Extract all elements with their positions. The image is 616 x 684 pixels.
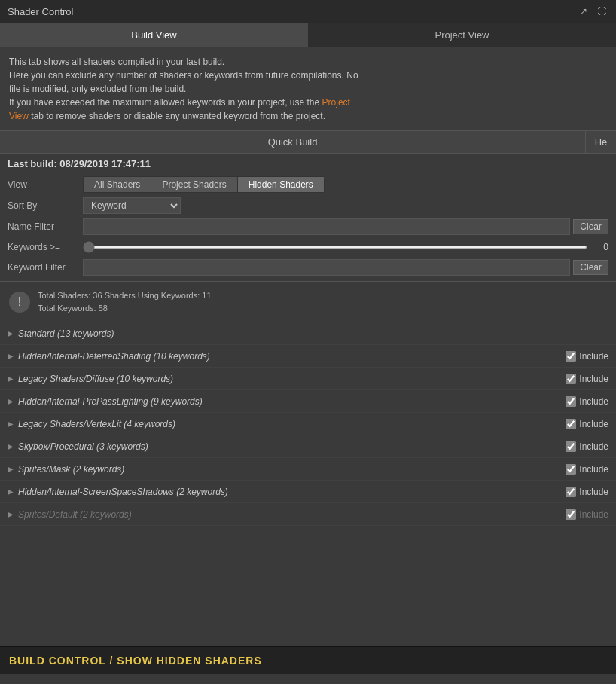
- include-label: Include: [579, 487, 608, 497]
- shader-expand-arrow[interactable]: ▶: [8, 329, 14, 337]
- shader-name: Hidden/Internal-DeferredShading (10 keyw…: [18, 351, 533, 362]
- name-filter-content: Clear: [83, 218, 608, 235]
- keywords-label: Keywords >=: [8, 242, 83, 252]
- all-shaders-button[interactable]: All Shaders: [84, 177, 151, 192]
- main-content: This tab shows all shaders compiled in y…: [0, 47, 616, 674]
- quick-build-button[interactable]: Quick Build: [0, 131, 586, 153]
- sort-content: Keyword: [83, 197, 608, 214]
- share-icon[interactable]: ↗: [577, 5, 590, 18]
- shader-expand-arrow[interactable]: ▶: [8, 510, 14, 518]
- shader-item: ▶Hidden/Internal-ScreenSpaceShadows (2 k…: [0, 481, 616, 503]
- bottom-banner: BUILD CONTROL / SHOW HIDDEN SHADERS: [0, 646, 616, 674]
- title-bar: Shader Control ↗ ⛶: [0, 0, 616, 23]
- include-label: Include: [579, 509, 608, 520]
- keyword-filter-row: Keyword Filter Clear: [0, 257, 616, 278]
- include-area: Include: [533, 464, 608, 475]
- shader-item: ▶Legacy Shaders/VertexLit (4 keywords)In…: [0, 413, 616, 435]
- shader-name: Legacy Shaders/VertexLit (4 keywords): [18, 419, 533, 429]
- include-checkbox[interactable]: [566, 464, 576, 475]
- include-area: Include: [533, 487, 608, 497]
- info-line1: This tab shows all shaders compiled in y…: [9, 56, 224, 67]
- include-area: Include: [533, 351, 608, 362]
- include-label: Include: [579, 441, 608, 452]
- window-title: Shader Control: [8, 6, 73, 17]
- name-filter-row: Name Filter Clear: [0, 216, 616, 237]
- info-line3: file is modified, only excluded from the…: [9, 84, 186, 94]
- include-label: Include: [579, 419, 608, 429]
- include-checkbox[interactable]: [566, 419, 576, 429]
- info-line4-pre: If you have exceeded the maximum allowed…: [9, 97, 322, 108]
- tab-project-view[interactable]: Project View: [308, 23, 616, 47]
- sort-row: Sort By Keyword: [0, 195, 616, 216]
- shader-item: ▶Sprites/Default (2 keywords)Include: [0, 503, 616, 526]
- stats-line2: Total Keywords: 58: [38, 302, 212, 315]
- shader-item: ▶Sprites/Mask (2 keywords)Include: [0, 458, 616, 481]
- stats-text: Total Shaders: 36 Shaders Using Keywords…: [38, 289, 212, 314]
- keywords-slider-content: 0: [83, 242, 608, 252]
- shader-expand-arrow[interactable]: ▶: [8, 442, 14, 450]
- name-filter-clear-button[interactable]: Clear: [573, 219, 608, 234]
- shader-expand-arrow[interactable]: ▶: [8, 487, 14, 496]
- include-checkbox[interactable]: [566, 487, 576, 497]
- project-shaders-button[interactable]: Project Shaders: [151, 177, 237, 192]
- include-label: Include: [579, 374, 608, 384]
- shader-expand-arrow[interactable]: ▶: [8, 374, 14, 383]
- shader-item: ▶Skybox/Procedural (3 keywords)Include: [0, 435, 616, 458]
- info-line5-post: tab to remove shaders or disable any unw…: [29, 111, 325, 121]
- info-area: This tab shows all shaders compiled in y…: [0, 47, 616, 131]
- shader-name: Sprites/Mask (2 keywords): [18, 464, 533, 475]
- shader-item: ▶Hidden/Internal-PrePassLighting (9 keyw…: [0, 390, 616, 413]
- view-button-group: All Shaders Project Shaders Hidden Shade…: [83, 176, 325, 193]
- shader-name: Sprites/Default (2 keywords): [18, 509, 533, 520]
- last-build: Last build: 08/29/2019 17:47:11: [0, 154, 616, 174]
- tab-bar: Build View Project View: [0, 23, 616, 47]
- title-bar-left: Shader Control: [8, 6, 73, 17]
- shader-name: Hidden/Internal-ScreenSpaceShadows (2 ke…: [18, 487, 533, 497]
- include-checkbox[interactable]: [566, 351, 576, 362]
- keyword-filter-content: Clear: [83, 259, 608, 276]
- view-label: View: [8, 179, 83, 190]
- shader-name: Hidden/Internal-PrePassLighting (9 keywo…: [18, 396, 533, 407]
- keywords-row: Keywords >= 0: [0, 237, 616, 257]
- shader-list: ▶Standard (13 keywords)▶Hidden/Internal-…: [0, 322, 616, 646]
- include-label: Include: [579, 396, 608, 407]
- shader-item: ▶Hidden/Internal-DeferredShading (10 key…: [0, 345, 616, 368]
- quick-build-bar: Quick Build He: [0, 131, 616, 154]
- shader-expand-arrow[interactable]: ▶: [8, 420, 14, 428]
- include-label: Include: [579, 464, 608, 475]
- sort-dropdown[interactable]: Keyword: [83, 197, 181, 214]
- include-label: Include: [579, 351, 608, 362]
- keyword-filter-input[interactable]: [83, 259, 570, 276]
- shader-item: ▶Legacy Shaders/Diffuse (10 keywords)Inc…: [0, 368, 616, 390]
- hidden-shaders-button[interactable]: Hidden Shaders: [238, 177, 325, 192]
- expand-icon[interactable]: ⛶: [595, 5, 608, 18]
- include-checkbox[interactable]: [566, 509, 576, 520]
- name-filter-input[interactable]: [83, 218, 570, 235]
- help-button[interactable]: He: [586, 131, 616, 153]
- shader-name: Legacy Shaders/Diffuse (10 keywords): [18, 374, 533, 384]
- include-checkbox[interactable]: [566, 374, 576, 384]
- include-area: Include: [533, 374, 608, 384]
- view-row: View All Shaders Project Shaders Hidden …: [0, 174, 616, 195]
- view-buttons-container: All Shaders Project Shaders Hidden Shade…: [83, 176, 608, 193]
- include-area: Include: [533, 419, 608, 429]
- stats-line1: Total Shaders: 36 Shaders Using Keywords…: [38, 289, 212, 302]
- include-checkbox[interactable]: [566, 441, 576, 452]
- shader-expand-arrow[interactable]: ▶: [8, 352, 14, 360]
- keyword-filter-clear-button[interactable]: Clear: [573, 260, 608, 275]
- info-line2: Here you can exclude any number of shade…: [9, 70, 358, 81]
- include-area: Include: [533, 441, 608, 452]
- tab-build-view[interactable]: Build View: [0, 23, 308, 47]
- shader-name: Skybox/Procedural (3 keywords): [18, 441, 533, 452]
- keywords-slider[interactable]: [83, 246, 587, 249]
- warning-icon: !: [9, 292, 30, 313]
- include-area: Include: [533, 396, 608, 407]
- include-area: Include: [533, 509, 608, 520]
- shader-expand-arrow[interactable]: ▶: [8, 465, 14, 473]
- shader-expand-arrow[interactable]: ▶: [8, 397, 14, 405]
- sort-label: Sort By: [8, 200, 83, 211]
- stats-area: ! Total Shaders: 36 Shaders Using Keywor…: [0, 281, 616, 322]
- name-filter-label: Name Filter: [8, 221, 83, 232]
- include-checkbox[interactable]: [566, 396, 576, 407]
- keywords-value: 0: [593, 242, 608, 252]
